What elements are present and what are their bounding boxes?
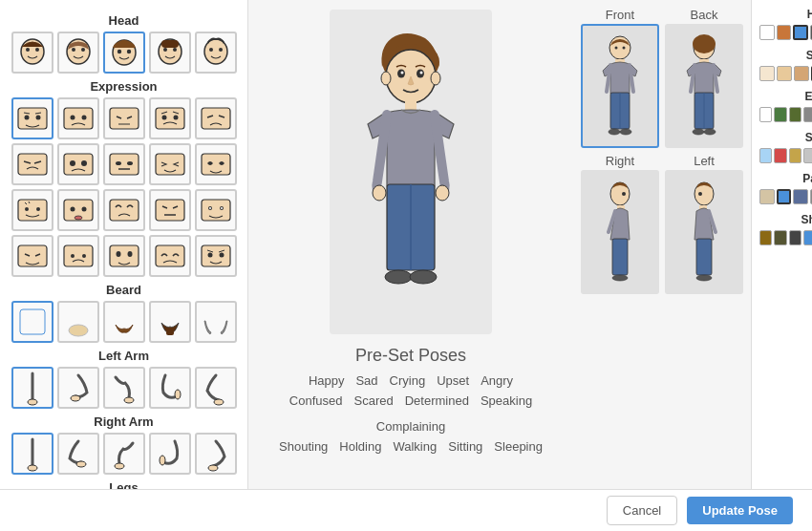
beard-option-5[interactable] <box>195 301 237 343</box>
beard-option-3[interactable] <box>103 301 145 343</box>
shoes-swatch-4[interactable] <box>803 230 812 245</box>
left-arm-5[interactable] <box>195 367 237 409</box>
head-option-5[interactable] <box>195 32 237 74</box>
cancel-button[interactable]: Cancel <box>607 496 677 525</box>
head-option-1[interactable] <box>11 32 53 74</box>
back-view[interactable] <box>665 24 743 148</box>
skin-swatch-3[interactable] <box>794 66 809 81</box>
pants-swatch-1[interactable] <box>759 189 775 204</box>
skin-swatch-2[interactable] <box>777 66 792 81</box>
pose-complaining[interactable]: Complaining <box>376 419 445 434</box>
pants-swatch-2[interactable] <box>777 189 792 204</box>
svg-point-8 <box>126 50 130 53</box>
pose-sitting[interactable]: Sitting <box>448 439 482 454</box>
shirt-swatch-2[interactable] <box>774 148 786 163</box>
expr-5[interactable] <box>195 97 237 139</box>
eyes-swatch-olive[interactable] <box>789 107 801 122</box>
shirt-swatch-4[interactable] <box>803 148 812 163</box>
beard-option-2[interactable] <box>57 301 99 343</box>
beard-option-1[interactable] <box>11 301 53 343</box>
pose-sleeping[interactable]: Sleeping <box>494 439 543 454</box>
right-view[interactable] <box>581 170 659 294</box>
expr-4[interactable] <box>149 97 191 139</box>
right-arm-4[interactable] <box>149 433 191 475</box>
hair-swatch-white[interactable] <box>759 25 775 40</box>
svg-point-69 <box>219 253 224 258</box>
update-pose-button[interactable]: Update Pose <box>687 497 793 524</box>
hair-swatch-blue[interactable] <box>793 25 808 40</box>
right-arm-2[interactable] <box>57 433 99 475</box>
expr-10[interactable] <box>195 143 237 185</box>
front-view[interactable] <box>581 24 659 148</box>
expr-3[interactable] <box>103 97 145 139</box>
expr-15[interactable] <box>195 189 237 231</box>
right-label: Right <box>606 154 634 168</box>
pose-speaking[interactable]: Speaking <box>481 393 532 408</box>
pose-angry[interactable]: Angry <box>481 373 513 388</box>
skin-swatch-1[interactable] <box>759 66 775 81</box>
expr-8[interactable] <box>103 143 145 185</box>
svg-point-92 <box>401 72 404 74</box>
head-option-2[interactable] <box>57 32 99 74</box>
svg-point-11 <box>173 48 177 52</box>
head-row <box>8 32 240 74</box>
pants-swatch-3[interactable] <box>793 189 808 204</box>
shoes-swatch-2[interactable] <box>774 230 786 245</box>
expr-20[interactable] <box>195 235 237 277</box>
pose-shouting[interactable]: Shouting <box>279 439 328 454</box>
svg-point-95 <box>431 72 440 85</box>
expr-19[interactable] <box>149 235 191 277</box>
expr-2[interactable] <box>57 97 99 139</box>
expr-7[interactable] <box>57 143 99 185</box>
pose-scared[interactable]: Scared <box>354 393 394 408</box>
shoes-swatch-3[interactable] <box>789 230 801 245</box>
shirt-swatch-3[interactable] <box>789 148 801 163</box>
pose-sad[interactable]: Sad <box>355 373 377 388</box>
expr-18[interactable] <box>103 235 145 277</box>
expr-1[interactable] <box>11 97 53 139</box>
right-arm-1[interactable] <box>11 433 53 475</box>
pose-crying[interactable]: Crying <box>390 373 426 388</box>
left-arm-3[interactable] <box>103 367 145 409</box>
svg-rect-66 <box>156 245 184 266</box>
left-arm-2[interactable] <box>57 367 99 409</box>
expr-17[interactable] <box>57 235 99 277</box>
beard-option-4[interactable] <box>149 301 191 343</box>
pose-happy[interactable]: Happy <box>309 373 345 388</box>
eyes-swatch-gray[interactable] <box>803 107 812 122</box>
pose-determined[interactable]: Determined <box>405 393 469 408</box>
head-option-4[interactable] <box>149 32 191 74</box>
left-arm-1[interactable] <box>11 367 53 409</box>
eyes-swatch-green[interactable] <box>774 107 786 122</box>
left-view[interactable] <box>665 170 743 294</box>
svg-point-112 <box>693 34 716 53</box>
pose-upset[interactable]: Upset <box>437 373 469 388</box>
front-view-box: Front <box>581 8 659 148</box>
svg-point-43 <box>36 207 40 211</box>
expr-14[interactable] <box>149 189 191 231</box>
expr-12[interactable] <box>57 189 99 231</box>
pose-confused[interactable]: Confused <box>289 393 343 408</box>
views-panel: Front <box>573 0 751 489</box>
shoes-swatch-1[interactable] <box>759 230 772 245</box>
expr-16[interactable] <box>11 235 53 277</box>
expr-6[interactable] <box>11 143 53 185</box>
left-arm-4[interactable] <box>149 367 191 409</box>
expr-11[interactable] <box>11 189 53 231</box>
expr-9[interactable] <box>149 143 191 185</box>
right-arm-5[interactable] <box>195 433 237 475</box>
expr-13[interactable] <box>103 189 145 231</box>
svg-point-75 <box>71 395 80 401</box>
hair-swatch-orange[interactable] <box>777 25 792 40</box>
eyes-swatch-white[interactable] <box>759 107 772 122</box>
pose-holding[interactable]: Holding <box>339 439 381 454</box>
shirt-swatch-1[interactable] <box>759 148 772 163</box>
shirt-color-section: Shirt ▼ <box>759 131 812 164</box>
head-option-3[interactable] <box>103 32 145 74</box>
svg-point-99 <box>385 270 412 284</box>
pose-walking[interactable]: Walking <box>393 439 437 454</box>
svg-rect-57 <box>18 245 47 266</box>
svg-point-122 <box>612 275 628 281</box>
right-arm-3[interactable] <box>103 433 145 475</box>
svg-point-62 <box>82 254 86 258</box>
